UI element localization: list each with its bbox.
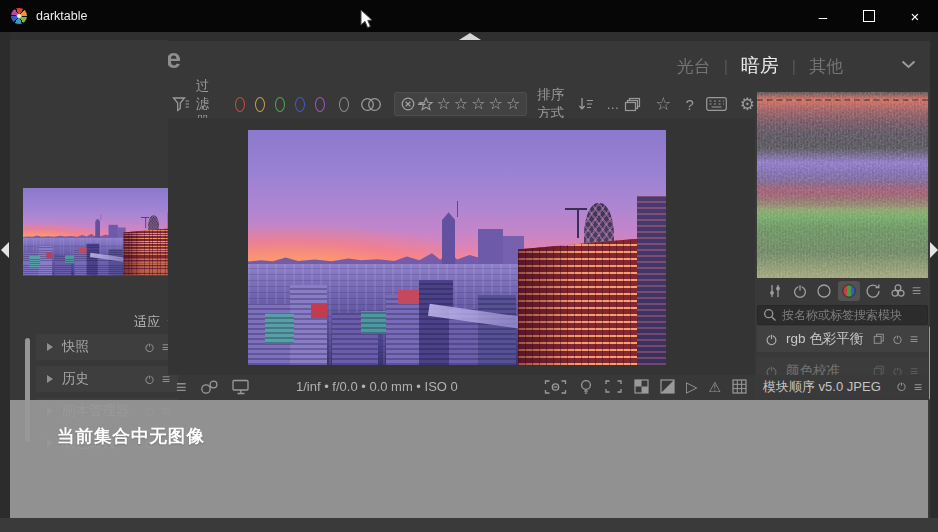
- module-search-input[interactable]: [757, 305, 928, 325]
- overexposure-warning-icon[interactable]: ⚠: [708, 380, 721, 394]
- sunlit-building: [123, 228, 170, 275]
- enable-module-icon[interactable]: [765, 333, 778, 346]
- view-other[interactable]: 其他: [809, 55, 843, 78]
- collapse-left-arrow-icon[interactable]: [1, 242, 9, 258]
- left-panel-edge[interactable]: [0, 32, 10, 518]
- rating-star-icon[interactable]: ☆: [453, 96, 469, 112]
- help-icon[interactable]: ?: [685, 96, 693, 113]
- multi-instance-icon[interactable]: [873, 333, 885, 345]
- focus-peaking-icon[interactable]: [543, 379, 568, 395]
- right-panel-edge[interactable]: [930, 32, 938, 518]
- reset-icon[interactable]: [892, 334, 903, 345]
- darktable-window: darktable – × darktable 5.2.1 光台 | 暗房 | …: [0, 0, 938, 532]
- shortcuts-keyboard-icon[interactable]: [706, 97, 727, 111]
- exif-info: 1/inf • f/0.0 • 0.0 mm • ISO 0: [296, 379, 458, 394]
- correct-group-icon[interactable]: [862, 281, 884, 301]
- quick-access-icon[interactable]: [764, 281, 786, 301]
- filmstrip-panel: 当前集合中无图像: [10, 400, 928, 518]
- grouping-stack-icon[interactable]: [624, 96, 642, 112]
- search-icon: [763, 308, 777, 322]
- app-icon: [11, 8, 27, 24]
- sort-label: 排序方式: [537, 86, 570, 122]
- color-label-blue[interactable]: [295, 97, 305, 112]
- gamut-check-icon[interactable]: [634, 379, 649, 394]
- views-chevron-down-icon[interactable]: [901, 60, 916, 69]
- darkroom-canvas: [168, 118, 755, 375]
- favorites-star-icon[interactable]: ☆: [655, 93, 671, 115]
- filter-funnel-icon[interactable]: [172, 96, 190, 112]
- reset-icon[interactable]: [144, 342, 155, 353]
- rating-star-icon[interactable]: ☆: [436, 96, 452, 112]
- color-label-purple[interactable]: [315, 97, 325, 112]
- collapse-top-arrow-icon[interactable]: [459, 33, 481, 40]
- sort-direction-icon[interactable]: [578, 96, 594, 112]
- view-lighttable[interactable]: 光台: [677, 55, 711, 78]
- bottom-panel-strip[interactable]: [0, 518, 938, 532]
- waveform-scope[interactable]: [757, 92, 928, 278]
- second-window-icon[interactable]: [232, 379, 251, 395]
- color-label-toggle-icon[interactable]: [360, 97, 382, 112]
- clipping-warning-icon[interactable]: [660, 379, 675, 394]
- maximize-button[interactable]: [846, 0, 892, 32]
- rating-filter[interactable]: ☆ ☆ ☆ ☆ ☆: [394, 92, 528, 116]
- color-label-red[interactable]: [235, 97, 245, 112]
- empty-collection-message: 当前集合中无图像: [57, 424, 205, 448]
- module-order[interactable]: 模块顺序 v5.0 JPEG ≡: [755, 375, 930, 398]
- expand-arrow-icon: [47, 343, 53, 351]
- grid-overlay-icon[interactable]: [732, 379, 747, 394]
- module-group-bar: ≡: [757, 279, 928, 303]
- maximize-icon: [863, 10, 875, 22]
- reject-icon[interactable]: [400, 96, 416, 112]
- overlays-ellipsis[interactable]: …: [606, 97, 620, 112]
- cityscape-photo: [23, 188, 177, 275]
- presets-menu-icon[interactable]: ≡: [914, 380, 922, 394]
- collapse-right-arrow-icon[interactable]: [930, 242, 938, 258]
- rating-star-icon[interactable]: ☆: [505, 96, 521, 112]
- guides-overlay-icon[interactable]: [200, 379, 219, 395]
- color-group-icon[interactable]: [838, 281, 860, 301]
- preferences-gear-icon[interactable]: ⚙: [740, 94, 755, 115]
- zoom-fit-dropdown[interactable]: 适应: [23, 312, 177, 332]
- module-list-menu-icon[interactable]: ≡: [912, 283, 921, 299]
- color-label-yellow[interactable]: [255, 97, 265, 112]
- module-search[interactable]: [757, 305, 928, 325]
- base-group-icon[interactable]: [813, 281, 835, 301]
- effect-group-icon[interactable]: [887, 281, 909, 301]
- softproof-play-icon[interactable]: ▷: [686, 379, 698, 394]
- titlebar[interactable]: darktable – ×: [0, 0, 938, 32]
- darkroom-image[interactable]: [248, 130, 666, 365]
- view-darkroom[interactable]: 暗房: [741, 53, 779, 79]
- close-button[interactable]: ×: [892, 0, 938, 32]
- rating-star-icon[interactable]: ☆: [470, 96, 486, 112]
- zoom-fit-expand-icon[interactable]: [604, 379, 623, 394]
- reset-icon[interactable]: [144, 374, 155, 385]
- overlays-menu-icon[interactable]: ≡: [176, 378, 187, 396]
- zero-star-icon[interactable]: [417, 96, 435, 112]
- mouse-cursor: [360, 9, 375, 30]
- darkroom-bottom-toolbar: ≡ 1/inf • f/0.0 • 0.0 mm • ISO 0: [168, 375, 755, 398]
- color-label-gray[interactable]: [339, 97, 349, 112]
- color-assessment-bulb-icon[interactable]: [579, 379, 593, 395]
- navigation-thumbnail[interactable]: [23, 188, 177, 276]
- cityscape-photo: [248, 130, 666, 365]
- color-label-green[interactable]: [275, 97, 285, 112]
- sunlit-building: [518, 238, 645, 365]
- darkroom-top-toolbar: 过滤器 ☆ ☆ ☆ ☆ ☆ 排序方式 … ☆ ? ⚙: [168, 90, 755, 118]
- sidebar-section-history[interactable]: 历史 ≡: [36, 366, 178, 392]
- minimize-button[interactable]: –: [800, 0, 846, 32]
- active-modules-group-icon[interactable]: [789, 281, 811, 301]
- sidebar-section-snapshots[interactable]: 快照 ≡: [36, 334, 178, 360]
- reset-icon[interactable]: [896, 381, 907, 392]
- rating-star-icon[interactable]: ☆: [488, 96, 504, 112]
- presets-menu-icon[interactable]: ≡: [910, 332, 918, 346]
- view-switcher: 光台 | 暗房 | 其他: [677, 53, 843, 79]
- window-title: darktable: [36, 9, 87, 23]
- module-color-balance-rgb[interactable]: rgb 色彩平衡 ≡: [757, 326, 928, 352]
- expand-arrow-icon: [47, 375, 53, 383]
